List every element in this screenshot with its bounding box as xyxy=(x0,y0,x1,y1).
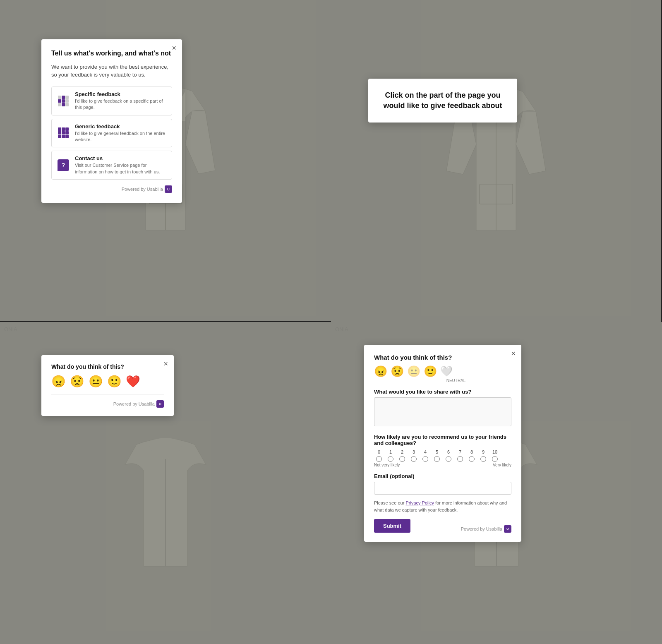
neutral-label: NEUTRAL xyxy=(401,378,511,383)
nps-labels: Not very likely Very likely xyxy=(374,463,511,467)
nps-num-7: 7 xyxy=(455,449,465,454)
emoji-love[interactable]: ❤️ xyxy=(126,376,140,387)
emoji-rating-modal-simple: × What do you think of this? 😠 😟 😐 🙂 ❤️ … xyxy=(41,355,174,416)
nps-num-2: 2 xyxy=(397,449,407,454)
generic-feedback-option[interactable]: Generic feedback I'd like to give genera… xyxy=(51,119,172,148)
email-input[interactable] xyxy=(374,482,511,495)
quadrant-2: Click on the part of the page you would … xyxy=(331,0,662,322)
nps-num-5: 5 xyxy=(432,449,442,454)
nps-num-0: 0 xyxy=(374,449,384,454)
emoji-happy[interactable]: 🙂 xyxy=(107,376,122,387)
nps-radio-4[interactable] xyxy=(422,456,428,462)
nps-num-8: 8 xyxy=(467,449,477,454)
nps-num-9: 9 xyxy=(478,449,488,454)
q4-emoji-angry[interactable]: 😠 xyxy=(374,366,387,377)
usabilla-logo-1: U xyxy=(165,185,172,193)
nps-num-10: 10 xyxy=(490,449,500,454)
nps-radio-10[interactable] xyxy=(492,456,498,462)
nps-radio-5[interactable] xyxy=(434,456,440,462)
emoji-angry[interactable]: 😠 xyxy=(51,376,66,387)
nps-radio-6[interactable] xyxy=(446,456,451,462)
modal-intro: We want to provide you with the best exp… xyxy=(51,63,172,79)
contact-text: Contact us Visit our Customer Service pa… xyxy=(75,155,167,175)
powered-by-3: Powered by Usabilla U xyxy=(51,400,164,408)
privacy-policy-link[interactable]: Privacy Policy xyxy=(405,500,434,505)
email-section: Email (optional) xyxy=(374,473,511,495)
specific-feedback-icon xyxy=(57,94,70,108)
quadrant-1: × Tell us what's working, and what's not… xyxy=(0,0,331,322)
nps-radio-9[interactable] xyxy=(480,456,486,462)
instruction-text: Click on the part of the page you would … xyxy=(381,90,504,111)
generic-feedback-text: Generic feedback I'd like to give genera… xyxy=(75,123,167,143)
recommend-section: How likely are you to recommend us to yo… xyxy=(374,434,511,467)
powered-by-1: Powered by Usabilla U xyxy=(51,185,172,193)
nps-right-label: Very likely xyxy=(493,463,511,467)
email-label: Email (optional) xyxy=(374,473,511,479)
divider-3 xyxy=(51,394,164,394)
nps-radio-3[interactable] xyxy=(411,456,417,462)
q4-emoji-row: 😠 😟 😐 🙂 🤍 xyxy=(374,366,511,377)
quadrant-4: ONIA × What do you think of this? 😠 😟 😐 … xyxy=(331,322,662,644)
specific-feedback-option[interactable]: Specific feedback I'd like to give feedb… xyxy=(51,87,172,115)
q4-question: What do you think of this? xyxy=(374,354,511,361)
contact-us-option[interactable]: ? Contact us Visit our Customer Service … xyxy=(51,151,172,180)
specific-feedback-text: Specific feedback I'd like to give feedb… xyxy=(75,91,167,111)
close-button-3[interactable]: × xyxy=(163,360,168,368)
nps-scale: 0 1 2 3 4 5 6 7 8 9 10 xyxy=(374,449,511,454)
contact-icon: ? xyxy=(57,159,70,172)
privacy-text: Please see our Privacy Policy for more i… xyxy=(374,500,511,513)
nps-radio-0[interactable] xyxy=(376,456,382,462)
submit-button[interactable]: Submit xyxy=(374,519,410,533)
powered-by-4: Powered by Usabilla U xyxy=(461,525,511,533)
close-button[interactable]: × xyxy=(172,44,176,52)
emoji-sad[interactable]: 😟 xyxy=(70,376,84,387)
q4-emoji-neutral[interactable]: 😐 xyxy=(407,366,420,377)
quadrant-3: ONIA × What do you think of this? 😠 😟 😐 … xyxy=(0,322,331,644)
emoji-neutral[interactable]: 😐 xyxy=(89,376,103,387)
nps-radio-8[interactable] xyxy=(469,456,475,462)
q3-question: What do you think of this? xyxy=(51,363,164,370)
nps-radio-7[interactable] xyxy=(457,456,463,462)
full-feedback-form: × What do you think of this? 😠 😟 😐 🙂 🤍 N… xyxy=(364,345,521,542)
share-textarea[interactable] xyxy=(374,397,511,426)
feedback-options-modal: × Tell us what's working, and what's not… xyxy=(41,39,182,203)
nps-left-label: Not very likely xyxy=(374,463,400,467)
usabilla-logo-4: U xyxy=(504,525,511,533)
nps-radio-2[interactable] xyxy=(399,456,405,462)
nps-radios xyxy=(374,456,511,462)
click-instruction-modal: Click on the part of the page you would … xyxy=(368,79,517,123)
close-button-4[interactable]: × xyxy=(511,350,516,357)
nps-num-4: 4 xyxy=(420,449,430,454)
nps-radio-1[interactable] xyxy=(388,456,393,462)
q4-emoji-happy[interactable]: 🙂 xyxy=(424,366,437,377)
share-label: What would you like to share with us? xyxy=(374,389,511,395)
usabilla-logo-3: U xyxy=(156,400,164,408)
nps-num-1: 1 xyxy=(386,449,396,454)
background-hoodie-2 xyxy=(331,0,661,322)
modal-title: Tell us what's working, and what's not xyxy=(51,49,172,58)
emoji-row-3: 😠 😟 😐 🙂 ❤️ xyxy=(51,376,164,387)
q4-emoji-sad[interactable]: 😟 xyxy=(391,366,404,377)
q4-emoji-love[interactable]: 🤍 xyxy=(440,366,453,376)
nps-num-3: 3 xyxy=(409,449,419,454)
recommend-label: How likely are you to recommend us to yo… xyxy=(374,434,511,446)
generic-feedback-icon xyxy=(57,126,70,139)
nps-num-6: 6 xyxy=(444,449,453,454)
